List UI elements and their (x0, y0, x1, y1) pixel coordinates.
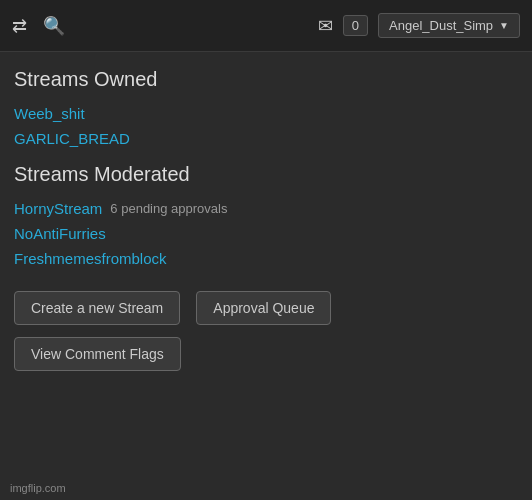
username-label: Angel_Dust_Simp (389, 18, 493, 33)
streams-moderated-title: Streams Moderated (14, 163, 518, 186)
approval-queue-button[interactable]: Approval Queue (196, 291, 331, 325)
view-flags-button[interactable]: View Comment Flags (14, 337, 181, 371)
buttons-row-1: Create a new Stream Approval Queue (14, 291, 518, 325)
mail-icon[interactable]: ✉ (318, 15, 333, 37)
search-icon[interactable]: 🔍 (43, 15, 65, 37)
footer: imgflip.com (10, 482, 66, 494)
stream-link-noanti[interactable]: NoAntiFurries (14, 225, 518, 242)
stream-link-weeb[interactable]: Weeb_shit (14, 105, 518, 122)
dropdown-arrow-icon: ▼ (499, 20, 509, 31)
user-dropdown[interactable]: Angel_Dust_Simp ▼ (378, 13, 520, 38)
pending-approvals-label: 6 pending approvals (110, 201, 227, 216)
streams-owned-title: Streams Owned (14, 68, 518, 91)
stream-row-horny: HornyStream 6 pending approvals (14, 200, 518, 217)
footer-text: imgflip.com (10, 482, 66, 494)
top-bar-right: ✉ 0 Angel_Dust_Simp ▼ (318, 13, 520, 38)
top-bar-left: ⇄ 🔍 (12, 15, 65, 37)
streams-moderated-section: Streams Moderated HornyStream 6 pending … (14, 163, 518, 267)
main-content: Streams Owned Weeb_shit GARLIC_BREAD Str… (0, 52, 532, 387)
top-bar: ⇄ 🔍 ✉ 0 Angel_Dust_Simp ▼ (0, 0, 532, 52)
stream-link-garlic[interactable]: GARLIC_BREAD (14, 130, 518, 147)
stream-link-freshmemes[interactable]: Freshmemesfromblock (14, 250, 518, 267)
notification-badge[interactable]: 0 (343, 15, 368, 36)
streams-owned-section: Streams Owned Weeb_shit GARLIC_BREAD (14, 68, 518, 147)
buttons-row-2: View Comment Flags (14, 337, 518, 371)
shuffle-icon[interactable]: ⇄ (12, 15, 27, 37)
stream-link-horny[interactable]: HornyStream (14, 200, 102, 217)
create-stream-button[interactable]: Create a new Stream (14, 291, 180, 325)
